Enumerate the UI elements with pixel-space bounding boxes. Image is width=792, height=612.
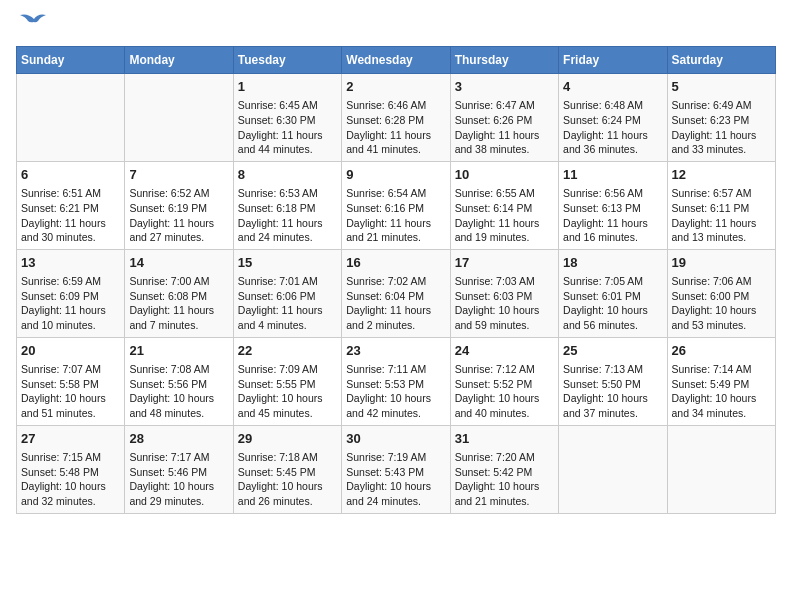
calendar-cell: 1Sunrise: 6:45 AMSunset: 6:30 PMDaylight… [233, 74, 341, 162]
cell-day-number: 4 [563, 78, 662, 96]
cell-day-number: 1 [238, 78, 337, 96]
column-header-saturday: Saturday [667, 47, 775, 74]
cell-info: Sunrise: 7:20 AMSunset: 5:42 PMDaylight:… [455, 450, 554, 509]
cell-info: Sunrise: 7:18 AMSunset: 5:45 PMDaylight:… [238, 450, 337, 509]
cell-day-number: 16 [346, 254, 445, 272]
calendar-cell: 13Sunrise: 6:59 AMSunset: 6:09 PMDayligh… [17, 249, 125, 337]
calendar-cell [667, 425, 775, 513]
calendar-cell: 31Sunrise: 7:20 AMSunset: 5:42 PMDayligh… [450, 425, 558, 513]
calendar-cell: 12Sunrise: 6:57 AMSunset: 6:11 PMDayligh… [667, 161, 775, 249]
calendar-cell: 2Sunrise: 6:46 AMSunset: 6:28 PMDaylight… [342, 74, 450, 162]
cell-day-number: 21 [129, 342, 228, 360]
cell-info: Sunrise: 6:55 AMSunset: 6:14 PMDaylight:… [455, 186, 554, 245]
calendar-cell: 18Sunrise: 7:05 AMSunset: 6:01 PMDayligh… [559, 249, 667, 337]
cell-info: Sunrise: 7:02 AMSunset: 6:04 PMDaylight:… [346, 274, 445, 333]
calendar-cell: 19Sunrise: 7:06 AMSunset: 6:00 PMDayligh… [667, 249, 775, 337]
cell-info: Sunrise: 6:52 AMSunset: 6:19 PMDaylight:… [129, 186, 228, 245]
calendar-cell [559, 425, 667, 513]
week-row-1: 1Sunrise: 6:45 AMSunset: 6:30 PMDaylight… [17, 74, 776, 162]
logo [16, 16, 48, 38]
cell-info: Sunrise: 7:09 AMSunset: 5:55 PMDaylight:… [238, 362, 337, 421]
calendar-cell: 23Sunrise: 7:11 AMSunset: 5:53 PMDayligh… [342, 337, 450, 425]
cell-day-number: 10 [455, 166, 554, 184]
calendar-cell: 17Sunrise: 7:03 AMSunset: 6:03 PMDayligh… [450, 249, 558, 337]
calendar-cell: 25Sunrise: 7:13 AMSunset: 5:50 PMDayligh… [559, 337, 667, 425]
calendar-cell: 15Sunrise: 7:01 AMSunset: 6:06 PMDayligh… [233, 249, 341, 337]
calendar-body: 1Sunrise: 6:45 AMSunset: 6:30 PMDaylight… [17, 74, 776, 514]
cell-info: Sunrise: 7:15 AMSunset: 5:48 PMDaylight:… [21, 450, 120, 509]
logo-bird-icon [20, 13, 48, 33]
cell-info: Sunrise: 7:00 AMSunset: 6:08 PMDaylight:… [129, 274, 228, 333]
cell-day-number: 23 [346, 342, 445, 360]
cell-info: Sunrise: 6:48 AMSunset: 6:24 PMDaylight:… [563, 98, 662, 157]
cell-info: Sunrise: 7:05 AMSunset: 6:01 PMDaylight:… [563, 274, 662, 333]
cell-info: Sunrise: 7:07 AMSunset: 5:58 PMDaylight:… [21, 362, 120, 421]
cell-info: Sunrise: 7:01 AMSunset: 6:06 PMDaylight:… [238, 274, 337, 333]
page-header [16, 16, 776, 38]
cell-info: Sunrise: 7:13 AMSunset: 5:50 PMDaylight:… [563, 362, 662, 421]
cell-day-number: 15 [238, 254, 337, 272]
column-header-friday: Friday [559, 47, 667, 74]
cell-info: Sunrise: 7:03 AMSunset: 6:03 PMDaylight:… [455, 274, 554, 333]
calendar-cell: 14Sunrise: 7:00 AMSunset: 6:08 PMDayligh… [125, 249, 233, 337]
calendar-table: SundayMondayTuesdayWednesdayThursdayFrid… [16, 46, 776, 514]
cell-day-number: 7 [129, 166, 228, 184]
cell-day-number: 5 [672, 78, 771, 96]
calendar-cell [17, 74, 125, 162]
calendar-cell: 28Sunrise: 7:17 AMSunset: 5:46 PMDayligh… [125, 425, 233, 513]
cell-info: Sunrise: 6:49 AMSunset: 6:23 PMDaylight:… [672, 98, 771, 157]
calendar-cell: 20Sunrise: 7:07 AMSunset: 5:58 PMDayligh… [17, 337, 125, 425]
cell-info: Sunrise: 7:19 AMSunset: 5:43 PMDaylight:… [346, 450, 445, 509]
cell-info: Sunrise: 7:17 AMSunset: 5:46 PMDaylight:… [129, 450, 228, 509]
cell-info: Sunrise: 6:53 AMSunset: 6:18 PMDaylight:… [238, 186, 337, 245]
cell-day-number: 11 [563, 166, 662, 184]
cell-day-number: 3 [455, 78, 554, 96]
cell-day-number: 20 [21, 342, 120, 360]
cell-day-number: 31 [455, 430, 554, 448]
cell-day-number: 24 [455, 342, 554, 360]
cell-info: Sunrise: 6:51 AMSunset: 6:21 PMDaylight:… [21, 186, 120, 245]
header-row: SundayMondayTuesdayWednesdayThursdayFrid… [17, 47, 776, 74]
calendar-cell [125, 74, 233, 162]
cell-info: Sunrise: 6:47 AMSunset: 6:26 PMDaylight:… [455, 98, 554, 157]
cell-info: Sunrise: 6:46 AMSunset: 6:28 PMDaylight:… [346, 98, 445, 157]
calendar-cell: 16Sunrise: 7:02 AMSunset: 6:04 PMDayligh… [342, 249, 450, 337]
cell-day-number: 9 [346, 166, 445, 184]
calendar-cell: 22Sunrise: 7:09 AMSunset: 5:55 PMDayligh… [233, 337, 341, 425]
cell-info: Sunrise: 7:14 AMSunset: 5:49 PMDaylight:… [672, 362, 771, 421]
week-row-3: 13Sunrise: 6:59 AMSunset: 6:09 PMDayligh… [17, 249, 776, 337]
cell-day-number: 29 [238, 430, 337, 448]
calendar-cell: 27Sunrise: 7:15 AMSunset: 5:48 PMDayligh… [17, 425, 125, 513]
cell-day-number: 17 [455, 254, 554, 272]
cell-info: Sunrise: 6:56 AMSunset: 6:13 PMDaylight:… [563, 186, 662, 245]
cell-info: Sunrise: 6:54 AMSunset: 6:16 PMDaylight:… [346, 186, 445, 245]
column-header-thursday: Thursday [450, 47, 558, 74]
calendar-cell: 11Sunrise: 6:56 AMSunset: 6:13 PMDayligh… [559, 161, 667, 249]
cell-day-number: 13 [21, 254, 120, 272]
calendar-cell: 7Sunrise: 6:52 AMSunset: 6:19 PMDaylight… [125, 161, 233, 249]
cell-info: Sunrise: 7:06 AMSunset: 6:00 PMDaylight:… [672, 274, 771, 333]
cell-day-number: 14 [129, 254, 228, 272]
cell-day-number: 19 [672, 254, 771, 272]
cell-day-number: 27 [21, 430, 120, 448]
calendar-cell: 29Sunrise: 7:18 AMSunset: 5:45 PMDayligh… [233, 425, 341, 513]
cell-info: Sunrise: 7:08 AMSunset: 5:56 PMDaylight:… [129, 362, 228, 421]
calendar-header: SundayMondayTuesdayWednesdayThursdayFrid… [17, 47, 776, 74]
cell-day-number: 22 [238, 342, 337, 360]
column-header-wednesday: Wednesday [342, 47, 450, 74]
cell-info: Sunrise: 7:12 AMSunset: 5:52 PMDaylight:… [455, 362, 554, 421]
cell-info: Sunrise: 7:11 AMSunset: 5:53 PMDaylight:… [346, 362, 445, 421]
column-header-sunday: Sunday [17, 47, 125, 74]
cell-info: Sunrise: 6:57 AMSunset: 6:11 PMDaylight:… [672, 186, 771, 245]
calendar-cell: 24Sunrise: 7:12 AMSunset: 5:52 PMDayligh… [450, 337, 558, 425]
cell-day-number: 2 [346, 78, 445, 96]
calendar-cell: 10Sunrise: 6:55 AMSunset: 6:14 PMDayligh… [450, 161, 558, 249]
cell-day-number: 6 [21, 166, 120, 184]
cell-day-number: 28 [129, 430, 228, 448]
calendar-cell: 3Sunrise: 6:47 AMSunset: 6:26 PMDaylight… [450, 74, 558, 162]
calendar-cell: 9Sunrise: 6:54 AMSunset: 6:16 PMDaylight… [342, 161, 450, 249]
week-row-5: 27Sunrise: 7:15 AMSunset: 5:48 PMDayligh… [17, 425, 776, 513]
cell-day-number: 8 [238, 166, 337, 184]
calendar-cell: 4Sunrise: 6:48 AMSunset: 6:24 PMDaylight… [559, 74, 667, 162]
cell-info: Sunrise: 6:45 AMSunset: 6:30 PMDaylight:… [238, 98, 337, 157]
